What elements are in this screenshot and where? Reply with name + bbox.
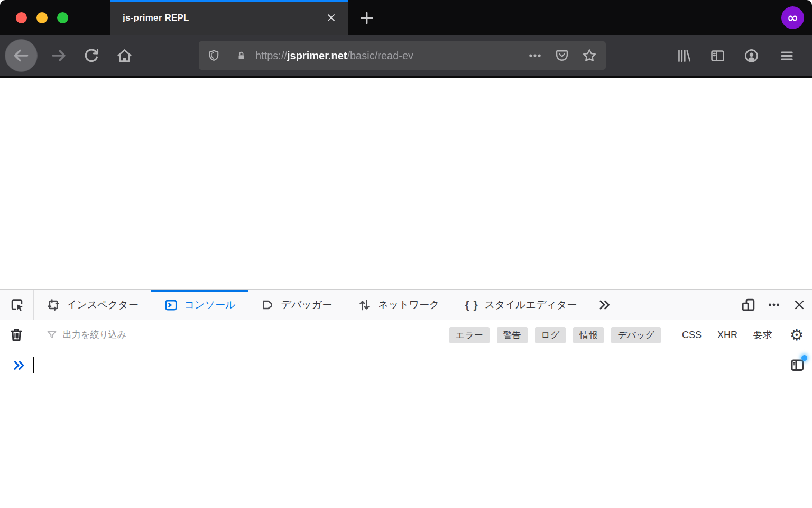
forward-button[interactable] bbox=[49, 46, 69, 66]
home-icon bbox=[116, 47, 133, 65]
tab-title: js-primer REPL bbox=[123, 13, 326, 23]
filter-css-button[interactable]: CSS bbox=[682, 329, 702, 341]
debugger-icon bbox=[261, 298, 274, 312]
bookmark-star-icon[interactable] bbox=[582, 48, 597, 64]
plus-icon bbox=[359, 10, 375, 26]
trash-icon bbox=[8, 327, 24, 343]
mask-icon: ∞ bbox=[787, 10, 798, 25]
devtools-tab-label: スタイルエディター bbox=[485, 298, 577, 312]
filter-logs-button[interactable]: ログ bbox=[535, 327, 566, 343]
sidebar-icon bbox=[709, 48, 726, 64]
lock-icon[interactable] bbox=[236, 50, 247, 61]
console-filter-bar: エラー 警告 ログ 情報 デバッグ CSS XHR 要求 ⚙ bbox=[0, 320, 812, 350]
devtools-tab-label: インスペクター bbox=[67, 298, 139, 312]
forward-arrow-icon bbox=[49, 46, 68, 65]
tracking-protection-shield-icon[interactable] bbox=[207, 49, 220, 62]
browser-window: js-primer REPL ∞ bbox=[0, 0, 812, 508]
devtools-tab-label: デバッガー bbox=[281, 298, 332, 312]
reload-button[interactable] bbox=[81, 46, 102, 66]
console-sidebar-toggle-button[interactable] bbox=[789, 357, 805, 373]
devtools-tab-network[interactable]: ネットワーク bbox=[345, 290, 452, 320]
close-tab-icon[interactable] bbox=[326, 13, 336, 23]
filter-output-input[interactable] bbox=[63, 330, 449, 340]
filter-warnings-button[interactable]: 警告 bbox=[497, 327, 528, 343]
url-text[interactable]: https://jsprimer.net/basic/read-ev bbox=[255, 50, 477, 62]
devtools-tab-label: コンソール bbox=[184, 298, 236, 312]
library-button[interactable] bbox=[673, 46, 694, 66]
back-arrow-icon bbox=[11, 46, 31, 66]
account-button[interactable] bbox=[741, 46, 761, 66]
inspector-frame-icon bbox=[47, 298, 60, 312]
devtools-tab-bar: インスペクター コンソール デバッガー ネットワーク bbox=[0, 290, 812, 320]
url-scheme: https:// bbox=[255, 50, 287, 62]
console-input-row[interactable] bbox=[0, 350, 812, 380]
close-devtools-button[interactable] bbox=[787, 290, 812, 320]
clear-console-button[interactable] bbox=[0, 320, 33, 350]
double-chevron-right-icon bbox=[598, 298, 612, 312]
gear-icon: ⚙ bbox=[790, 326, 804, 344]
network-arrows-icon bbox=[357, 298, 372, 312]
sidebar-toggle-button[interactable] bbox=[707, 46, 727, 66]
filter-errors-button[interactable]: エラー bbox=[449, 327, 490, 343]
page-content bbox=[0, 78, 812, 289]
close-icon bbox=[793, 298, 806, 311]
filter-xhr-button[interactable]: XHR bbox=[717, 329, 737, 341]
devtools-menu-button[interactable] bbox=[761, 290, 787, 320]
category-filters: CSS XHR 要求 bbox=[682, 329, 772, 341]
page-actions-menu-icon[interactable] bbox=[528, 48, 542, 63]
account-icon bbox=[743, 48, 760, 64]
new-tab-button[interactable] bbox=[348, 0, 386, 35]
node-picker-icon bbox=[9, 297, 25, 313]
library-icon bbox=[676, 48, 692, 64]
back-button[interactable] bbox=[5, 39, 38, 72]
node-picker-button[interactable] bbox=[0, 290, 34, 320]
zoom-window-button[interactable] bbox=[57, 12, 68, 23]
home-button[interactable] bbox=[114, 46, 134, 66]
console-input-field[interactable] bbox=[34, 350, 789, 380]
reload-icon bbox=[83, 47, 100, 64]
console-prompt-icon bbox=[13, 359, 26, 372]
devtools-panel: インスペクター コンソール デバッガー ネットワーク bbox=[0, 289, 812, 508]
devtools-tab-style-editor[interactable]: { } スタイルエディター bbox=[452, 290, 589, 320]
notification-dot bbox=[801, 355, 807, 361]
menu-button[interactable] bbox=[777, 46, 797, 66]
log-level-filters: エラー 警告 ログ 情報 デバッグ bbox=[449, 327, 661, 343]
navigation-toolbar: https://jsprimer.net/basic/read-ev bbox=[0, 35, 812, 78]
tab-bar: js-primer REPL ∞ bbox=[0, 0, 812, 35]
pocket-icon[interactable] bbox=[555, 48, 569, 63]
devtools-toolbar-right bbox=[736, 290, 812, 320]
hamburger-icon bbox=[779, 48, 795, 64]
meatballs-icon bbox=[767, 298, 781, 312]
profile-avatar[interactable]: ∞ bbox=[781, 6, 804, 29]
url-domain: jsprimer.net bbox=[287, 50, 347, 62]
close-window-button[interactable] bbox=[16, 12, 27, 23]
filter-funnel-icon bbox=[46, 329, 58, 341]
filter-info-button[interactable]: 情報 bbox=[573, 327, 604, 343]
url-bar-separator bbox=[228, 48, 228, 63]
filter-debug-button[interactable]: デバッグ bbox=[611, 327, 661, 343]
more-tabs-button[interactable] bbox=[589, 290, 620, 320]
toolbar-right-icons bbox=[606, 46, 805, 66]
responsive-design-icon bbox=[741, 297, 756, 312]
browser-tab[interactable]: js-primer REPL bbox=[110, 0, 348, 35]
url-path: /basic/read-ev bbox=[347, 50, 413, 62]
filter-requests-button[interactable]: 要求 bbox=[753, 329, 772, 341]
responsive-design-mode-button[interactable] bbox=[736, 290, 761, 320]
braces-icon: { } bbox=[465, 298, 478, 311]
url-bar[interactable]: https://jsprimer.net/basic/read-ev bbox=[199, 41, 606, 70]
minimize-window-button[interactable] bbox=[36, 12, 48, 23]
traffic-lights bbox=[0, 0, 110, 35]
console-icon bbox=[164, 298, 178, 312]
devtools-tab-inspector[interactable]: インスペクター bbox=[34, 290, 151, 320]
console-settings-button[interactable]: ⚙ bbox=[785, 323, 809, 347]
page-actions bbox=[528, 48, 597, 64]
devtools-tab-debugger[interactable]: デバッガー bbox=[248, 290, 345, 320]
tab-bar-spacer bbox=[386, 0, 781, 35]
active-tab-stripe bbox=[110, 0, 348, 2]
filter-bar-separator bbox=[782, 325, 782, 345]
console-output-area bbox=[0, 380, 812, 508]
toolbar-separator bbox=[770, 48, 770, 64]
devtools-tab-console[interactable]: コンソール bbox=[151, 290, 248, 320]
devtools-tab-label: ネットワーク bbox=[378, 298, 439, 312]
